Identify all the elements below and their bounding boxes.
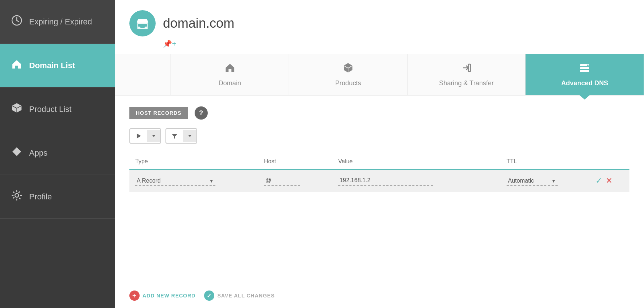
help-button[interactable]: ? — [195, 106, 208, 120]
dns-table: Type Host Value TTL A Record AAAA Record — [129, 154, 629, 193]
record-type-cell: A Record AAAA Record CNAME Record MX Rec… — [129, 169, 258, 192]
svg-marker-23 — [152, 135, 155, 137]
sidebar-item-label: Expiring / Expired — [29, 17, 92, 27]
svg-rect-21 — [580, 70, 589, 72]
record-host-input[interactable] — [264, 176, 300, 186]
add-icon: + — [129, 291, 140, 301]
sidebar-item-label: Profile — [29, 192, 52, 202]
svg-rect-17 — [468, 64, 471, 71]
row-actions: ✓ ✕ — [596, 176, 624, 186]
tab-advanced-dns-label: Advanced DNS — [561, 79, 608, 87]
save-icon: ✓ — [204, 291, 214, 301]
domain-avatar — [129, 10, 156, 36]
dns-tab-icon — [579, 62, 590, 76]
sharing-tab-icon — [461, 62, 472, 76]
box-icon — [11, 102, 23, 116]
record-ttl-select[interactable]: Automatic 1 min 5 min 30 min 1 hour — [507, 176, 558, 186]
tab-products[interactable]: Products — [289, 54, 407, 95]
confirm-button[interactable]: ✓ — [596, 176, 602, 186]
products-tab-icon — [343, 62, 354, 76]
tab-advanced-dns[interactable]: Advanced DNS — [526, 54, 644, 95]
home-tab-icon — [225, 62, 235, 76]
sidebar-item-domain-list[interactable]: Domain List — [0, 44, 115, 87]
filter-dropdown-arrow[interactable] — [183, 130, 196, 142]
sidebar-item-product-list[interactable]: Product List — [0, 87, 115, 131]
svg-marker-7 — [12, 147, 21, 156]
domain-title: domain.com — [163, 16, 234, 31]
filter-button[interactable] — [166, 129, 183, 143]
svg-rect-11 — [138, 24, 141, 27]
svg-line-2 — [17, 20, 19, 22]
domain-header: domain.com — [115, 0, 644, 39]
svg-point-8 — [15, 194, 19, 197]
add-new-record-button[interactable]: + ADD NEW RECORD — [129, 291, 195, 301]
delete-button[interactable]: ✕ — [606, 176, 612, 186]
svg-point-19 — [587, 65, 589, 66]
record-type-select[interactable]: A Record AAAA Record CNAME Record MX Rec… — [135, 176, 215, 186]
tab-bar: Domain Products Sharing & Transfer — [115, 54, 644, 95]
sidebar: Expiring / Expired Domain List Product L… — [0, 0, 115, 308]
tab-domain-label: Domain — [219, 79, 241, 87]
svg-rect-12 — [144, 24, 147, 27]
tab-empty-spacer — [115, 54, 171, 95]
filter-split-button[interactable] — [165, 128, 197, 144]
svg-marker-24 — [172, 134, 177, 139]
sidebar-item-profile[interactable]: Profile — [0, 175, 115, 219]
add-record-label: ADD NEW RECORD — [143, 293, 195, 299]
save-label: SAVE ALL CHANGES — [217, 293, 274, 299]
col-type: Type — [129, 154, 258, 169]
record-value-cell — [332, 169, 501, 192]
play-split-button[interactable] — [129, 128, 161, 144]
tab-domain[interactable]: Domain — [171, 54, 289, 95]
record-type-select-wrap: A Record AAAA Record CNAME Record MX Rec… — [135, 176, 215, 186]
svg-rect-20 — [580, 67, 589, 69]
table-row: A Record AAAA Record CNAME Record MX Rec… — [129, 169, 629, 192]
record-value-input[interactable] — [338, 176, 433, 186]
svg-marker-25 — [188, 135, 191, 137]
home-icon — [11, 58, 23, 73]
action-bar — [129, 128, 629, 144]
tab-products-label: Products — [335, 79, 361, 87]
main-content: domain.com 📌+ Domain Products Sharing & … — [115, 0, 644, 308]
record-host-cell — [258, 169, 332, 192]
sidebar-item-expiring[interactable]: Expiring / Expired — [0, 0, 115, 44]
sidebar-item-label: Product List — [29, 105, 71, 114]
play-dropdown-arrow[interactable] — [147, 130, 160, 142]
col-value: Value — [332, 154, 501, 169]
host-records-bar: HOST RECORDS ? — [129, 106, 629, 120]
svg-marker-22 — [137, 133, 141, 139]
save-all-changes-button[interactable]: ✓ SAVE ALL CHANGES — [204, 291, 274, 301]
sidebar-item-label: Apps — [29, 148, 47, 158]
col-host: Host — [258, 154, 332, 169]
pin-icon[interactable]: 📌+ — [163, 39, 176, 48]
sidebar-item-label: Domain List — [29, 61, 75, 70]
col-ttl: TTL — [501, 154, 590, 169]
table-header-row: Type Host Value TTL — [129, 154, 629, 169]
sidebar-item-apps[interactable]: Apps — [0, 131, 115, 175]
tab-sharing-label: Sharing & Transfer — [439, 79, 494, 87]
record-actions-cell: ✓ ✕ — [590, 169, 629, 192]
content-area: HOST RECORDS ? — [115, 95, 644, 283]
domain-pin-row: 📌+ — [115, 39, 644, 54]
play-button[interactable] — [130, 129, 147, 143]
bottom-bar: + ADD NEW RECORD ✓ SAVE ALL CHANGES — [115, 283, 644, 308]
diamond-icon — [11, 146, 23, 160]
col-actions — [590, 154, 629, 169]
gear-icon — [11, 190, 23, 204]
tab-sharing[interactable]: Sharing & Transfer — [407, 54, 526, 95]
record-ttl-cell: Automatic 1 min 5 min 30 min 1 hour ▼ — [501, 169, 590, 192]
host-records-label: HOST RECORDS — [129, 107, 188, 119]
clock-icon — [11, 15, 23, 29]
record-ttl-select-wrap: Automatic 1 min 5 min 30 min 1 hour ▼ — [507, 176, 558, 186]
active-arrow — [108, 59, 115, 72]
